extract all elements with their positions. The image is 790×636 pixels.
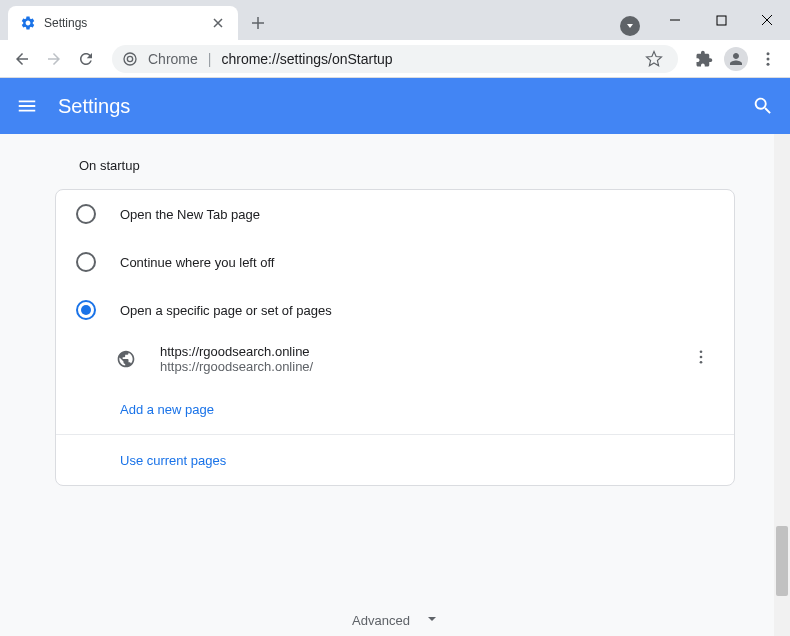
globe-icon <box>116 349 136 369</box>
hamburger-menu-icon[interactable] <box>16 95 38 117</box>
minimize-button[interactable] <box>652 0 698 40</box>
add-page-link[interactable]: Add a new page <box>120 402 214 417</box>
settings-header: Settings <box>0 78 790 134</box>
radio-label: Continue where you left off <box>120 255 274 270</box>
scrollbar[interactable] <box>774 134 790 636</box>
radio-label: Open a specific page or set of pages <box>120 303 332 318</box>
radio-icon[interactable] <box>76 204 96 224</box>
browser-toolbar: Chrome | chrome://settings/onStartup <box>0 40 790 78</box>
download-indicator-icon[interactable] <box>620 16 640 36</box>
svg-point-7 <box>700 356 703 359</box>
use-current-link[interactable]: Use current pages <box>120 453 226 468</box>
bookmark-star-icon[interactable] <box>640 45 668 73</box>
reload-button[interactable] <box>72 45 100 73</box>
chrome-icon <box>122 51 138 67</box>
profile-avatar[interactable] <box>722 45 750 73</box>
startup-card: Open the New Tab page Continue where you… <box>55 189 735 486</box>
radio-option-newtab[interactable]: Open the New Tab page <box>56 190 734 238</box>
section-title: On startup <box>55 158 735 189</box>
advanced-label: Advanced <box>352 613 410 628</box>
back-button[interactable] <box>8 45 36 73</box>
radio-label: Open the New Tab page <box>120 207 260 222</box>
omnibox-origin: Chrome <box>148 51 198 67</box>
page-title: Settings <box>58 95 732 118</box>
more-actions-icon[interactable] <box>688 344 714 374</box>
settings-content: On startup Open the New Tab page Continu… <box>0 134 790 636</box>
radio-option-continue[interactable]: Continue where you left off <box>56 238 734 286</box>
svg-point-1 <box>124 53 136 65</box>
close-tab-icon[interactable] <box>210 15 226 31</box>
svg-point-6 <box>700 350 703 353</box>
window-titlebar: Settings <box>0 0 790 40</box>
radio-option-specific[interactable]: Open a specific page or set of pages <box>56 286 734 334</box>
add-page-row[interactable]: Add a new page <box>56 384 734 434</box>
svg-rect-0 <box>717 16 726 25</box>
svg-point-5 <box>767 62 770 65</box>
svg-point-2 <box>127 56 132 61</box>
new-tab-button[interactable] <box>244 9 272 37</box>
chevron-down-icon <box>426 613 438 628</box>
maximize-button[interactable] <box>698 0 744 40</box>
search-icon[interactable] <box>752 95 774 117</box>
scroll-thumb[interactable] <box>776 526 788 596</box>
use-current-row[interactable]: Use current pages <box>56 434 734 485</box>
close-window-button[interactable] <box>744 0 790 40</box>
browser-tab[interactable]: Settings <box>8 6 238 40</box>
startup-page-name: https://rgoodsearch.online <box>160 344 664 359</box>
startup-page-row: https://rgoodsearch.online https://rgood… <box>56 334 734 384</box>
svg-point-8 <box>700 361 703 364</box>
tab-title: Settings <box>44 16 202 30</box>
advanced-toggle[interactable]: Advanced <box>0 613 790 628</box>
forward-button[interactable] <box>40 45 68 73</box>
settings-gear-icon <box>20 15 36 31</box>
omnibox-url: chrome://settings/onStartup <box>221 51 392 67</box>
radio-icon[interactable] <box>76 300 96 320</box>
extensions-icon[interactable] <box>690 45 718 73</box>
chrome-menu-icon[interactable] <box>754 45 782 73</box>
address-bar[interactable]: Chrome | chrome://settings/onStartup <box>112 45 678 73</box>
radio-icon[interactable] <box>76 252 96 272</box>
startup-page-url: https://rgoodsearch.online/ <box>160 359 664 374</box>
window-controls <box>652 0 790 40</box>
svg-point-4 <box>767 57 770 60</box>
svg-point-3 <box>767 52 770 55</box>
